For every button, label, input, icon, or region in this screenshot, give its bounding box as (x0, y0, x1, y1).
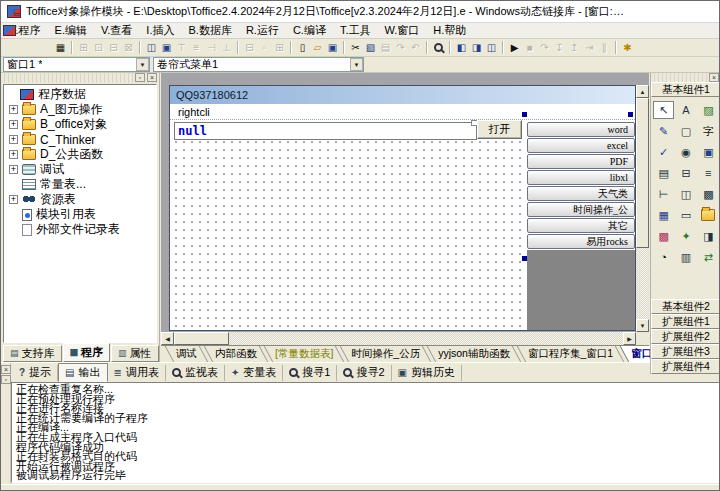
tab-call-table[interactable]: ≣ 调用表 (108, 365, 166, 381)
memo-edit-tool-icon[interactable]: ≡ (698, 164, 719, 182)
tree-item-debug[interactable]: + 调试 (4, 162, 156, 177)
insert-control-icon[interactable]: ⊡ (91, 40, 106, 56)
tree-expander-icon[interactable]: + (9, 120, 18, 129)
tab-clip-history[interactable]: ▣ 剪辑历史 (392, 365, 462, 381)
redo-icon[interactable]: ↷ (393, 40, 408, 56)
dropdown-arrow-icon[interactable]: ▼ (136, 58, 149, 71)
tab-properties[interactable]: ▥ 属性 (111, 345, 159, 362)
menu-button-libxl[interactable]: libxl (527, 170, 635, 185)
menu-tools[interactable]: T.工具 (333, 22, 378, 39)
palette-section-ext-1[interactable]: 扩展组件1 (651, 314, 720, 329)
center-control-icon[interactable]: ▫ (257, 40, 272, 56)
align-top-icon[interactable]: ⊤ (174, 40, 189, 56)
palette-section-basic-2[interactable]: 基本组件2 (651, 299, 720, 314)
tab-control-tool-icon[interactable]: ◫ (675, 185, 696, 203)
horizontal-scrollbar[interactable]: ◀ ▶ (161, 332, 636, 345)
palette-section-ext-3[interactable]: 扩展组件3 (651, 344, 720, 359)
tab-search-1[interactable]: 搜寻1 (283, 365, 337, 381)
window-select[interactable]: 窗口1 * ▼ (3, 57, 150, 72)
designer-tab-constants-data-table[interactable]: [常量数据表] (266, 346, 342, 362)
disk-tool-icon[interactable]: ▩ (698, 185, 719, 203)
color-grid-tool-icon[interactable]: ▩ (653, 227, 674, 245)
menu-button-excel[interactable]: excel (527, 138, 635, 153)
scroll-left-icon[interactable]: ◀ (161, 332, 174, 345)
tree-item-program-data[interactable]: 程序数据 (4, 87, 156, 102)
design-canvas[interactable]: QQ937180612 rightcli null 打开 wordexcelPD… (161, 73, 649, 332)
edit-box-control[interactable]: null (174, 122, 477, 140)
label-tool-icon[interactable]: A (675, 101, 696, 119)
designer-tab-debug[interactable]: 调试 (167, 346, 206, 362)
menu-button-other[interactable]: 其它 (527, 218, 635, 233)
selection-handle[interactable] (522, 256, 527, 261)
menu-run[interactable]: R.运行 (239, 22, 286, 39)
menu-button-weather[interactable]: 天气类 (527, 186, 635, 201)
order-control-icon[interactable]: ⊠ (121, 40, 136, 56)
tree-item-external-file-table[interactable]: 外部文件记录表 (4, 222, 156, 237)
scroll-up-icon[interactable]: ▲ (636, 85, 649, 98)
tab-variable-table[interactable]: ✦ 变量表 (225, 365, 283, 381)
undo-icon[interactable]: ↶ (408, 40, 423, 56)
palette-close-icon[interactable]: × (709, 73, 719, 82)
cut-icon[interactable]: ✂ (348, 40, 363, 56)
tree-expander-icon[interactable]: + (9, 105, 18, 114)
paste-icon[interactable]: ▤ (378, 40, 393, 56)
page-split-tool-icon[interactable]: ◨ (698, 227, 719, 245)
rollup-menu-panel[interactable] (527, 250, 635, 330)
menu-edit[interactable]: E.编辑 (48, 22, 94, 39)
tab-program[interactable]: ▦ 程序 (63, 343, 111, 362)
sidebar-grip[interactable]: ▫ × (1, 73, 159, 83)
menu-button-yiyong-rocks[interactable]: 易用rocks (527, 234, 635, 249)
tree-item-constants-table[interactable]: 常量表... (4, 177, 156, 192)
panel-restore-icon[interactable]: ▫ (1, 375, 11, 384)
tree-expander-icon[interactable]: + (9, 135, 18, 144)
swap-arrows-tool-icon[interactable]: ⇄ (698, 248, 719, 266)
designed-form[interactable]: QQ937180612 rightcli null 打开 wordexcelPD… (169, 85, 636, 331)
save-file-icon[interactable]: ▣ (325, 40, 340, 56)
selection-handle[interactable] (628, 112, 633, 117)
selection-handle[interactable] (522, 112, 527, 117)
tab-output[interactable]: ▤ 输出 (58, 363, 107, 382)
calendar-tool-icon[interactable]: ▦ (653, 206, 674, 224)
menu-help[interactable]: H.帮助 (426, 22, 473, 39)
run-to-cursor-icon[interactable]: ⇥ (582, 40, 597, 56)
output-log[interactable]: 正在检查重复名称...正在预处理现行程序正在进行名称连接正在统计需要编译的子程序… (11, 382, 720, 483)
view-panel-split-icon[interactable]: ◫ (484, 40, 499, 56)
open-button-control[interactable]: 打开 (477, 120, 522, 139)
form-body[interactable]: null 打开 wordexcelPDFlibxl天气类时间操作_公其它易用ro… (170, 120, 635, 330)
tree-expander-icon[interactable]: + (9, 195, 18, 204)
menu-window[interactable]: W.窗口 (377, 22, 426, 39)
menu-view[interactable]: V.查看 (94, 22, 139, 39)
check-box-tool-icon[interactable]: ✓ (653, 143, 674, 161)
vertical-scroll-thumb[interactable] (636, 98, 649, 248)
menu-insert[interactable]: I.插入 (139, 22, 181, 39)
folder-tool-icon[interactable] (698, 206, 719, 224)
dropdown-arrow-icon[interactable]: ▼ (350, 58, 363, 71)
menu-button-pdf[interactable]: PDF (527, 154, 635, 169)
form-menu-item[interactable]: rightcli (178, 106, 210, 118)
tab-watch-table[interactable]: 监视表 (166, 365, 225, 381)
designer-tab-time-ops-gregorian[interactable]: 时间操作_公历 (342, 346, 429, 362)
button-tool-icon[interactable]: ▭ (675, 206, 696, 224)
radio-button-tool-icon[interactable]: ◉ (675, 143, 696, 161)
window-grid-icon[interactable]: ▦ (53, 40, 68, 56)
palette-section-ext-2[interactable]: 扩展组件2 (651, 329, 720, 344)
designer-tab-internal-functions[interactable]: 内部函数 (206, 346, 266, 362)
add-control-icon[interactable]: ⊞ (76, 40, 91, 56)
remove-control-icon[interactable]: ⊟ (106, 40, 121, 56)
panel-close-icon[interactable]: × (1, 365, 11, 374)
view-panel-left-icon[interactable]: ◧ (454, 40, 469, 56)
static-text-tool-icon[interactable]: 字 (698, 122, 719, 140)
form-title-bar[interactable]: QQ937180612 (170, 86, 635, 104)
scroll-right-icon[interactable]: ▶ (623, 332, 636, 345)
printer-tool-icon[interactable]: ▥ (675, 248, 696, 266)
horizontal-scroll-thumb[interactable] (174, 332, 229, 345)
search-icon[interactable] (431, 40, 446, 56)
tab-search-2[interactable]: 搜寻2 (337, 365, 391, 381)
picture-box-tool-icon[interactable]: ▨ (698, 101, 719, 119)
align-grid-icon[interactable]: ◫ (144, 40, 159, 56)
new-file-icon[interactable]: ▯ (295, 40, 310, 56)
designer-tab-window-program-set[interactable]: 窗口程序集_窗口1 (519, 346, 622, 362)
form-menu-bar[interactable]: rightcli (170, 104, 635, 120)
tree-expander-icon[interactable]: + (9, 165, 18, 174)
palette-section-ext-4[interactable]: 扩展组件4 (651, 359, 720, 374)
